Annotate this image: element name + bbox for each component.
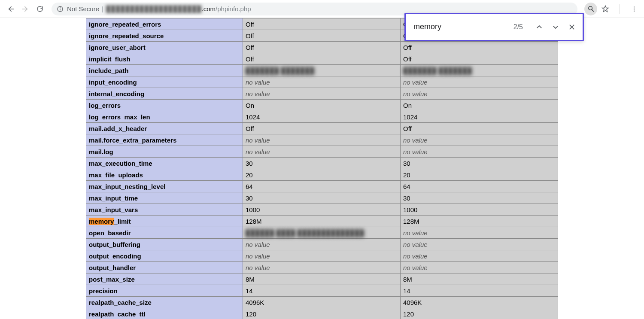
directive-name: max_execution_time bbox=[86, 158, 243, 169]
search-highlight: memory bbox=[89, 218, 114, 225]
directive-name: max_file_uploads bbox=[86, 169, 243, 181]
table-row: max_file_uploads2020 bbox=[86, 169, 558, 181]
svg-point-2 bbox=[60, 7, 61, 8]
svg-point-6 bbox=[634, 8, 635, 9]
table-row: log_errors_max_len10241024 bbox=[86, 111, 558, 123]
local-value: Off bbox=[243, 53, 401, 65]
master-value: 128M bbox=[401, 216, 558, 227]
table-row: ignore_user_abortOffOff bbox=[86, 42, 558, 53]
local-value: 14 bbox=[243, 285, 401, 297]
svg-point-3 bbox=[588, 6, 592, 10]
table-row: mail.logno valueno value bbox=[86, 146, 558, 158]
local-value: no value bbox=[243, 76, 401, 88]
chevron-up-icon bbox=[535, 23, 543, 31]
directive-name: mail.force_extra_parameters bbox=[86, 134, 243, 146]
security-status: Not Secure bbox=[67, 5, 99, 12]
close-icon bbox=[568, 23, 576, 31]
find-in-page-bar: memory 2/5 bbox=[404, 13, 584, 41]
directive-name: output_handler bbox=[86, 262, 243, 273]
master-value: no value bbox=[401, 146, 558, 158]
local-value: no value bbox=[243, 239, 401, 250]
table-row: include_path███████ ██████████████ █████… bbox=[86, 65, 558, 76]
master-value: no value bbox=[401, 239, 558, 250]
local-value: 4096K bbox=[243, 297, 401, 308]
find-close-button[interactable] bbox=[564, 19, 580, 35]
local-value: Off bbox=[243, 42, 401, 53]
table-row: output_handlerno valueno value bbox=[86, 262, 558, 273]
local-value: 30 bbox=[243, 192, 401, 204]
redacted-value: ███████ ███████ bbox=[403, 67, 472, 74]
table-row: post_max_size8M8M bbox=[86, 273, 558, 285]
menu-button[interactable] bbox=[628, 3, 641, 15]
directive-name: open_basedir bbox=[86, 227, 243, 239]
master-value: 120 bbox=[401, 308, 558, 319]
table-row: output_encodingno valueno value bbox=[86, 250, 558, 262]
table-row: precision1414 bbox=[86, 285, 558, 297]
table-row: realpath_cache_ttl120120 bbox=[86, 308, 558, 319]
forward-button[interactable] bbox=[18, 2, 33, 16]
master-value: 30 bbox=[401, 158, 558, 169]
address-path: /phpinfo.php bbox=[216, 5, 251, 12]
dots-vertical-icon bbox=[631, 6, 638, 12]
directive-name: max_input_time bbox=[86, 192, 243, 204]
local-value: no value bbox=[243, 134, 401, 146]
master-value: 1024 bbox=[401, 111, 558, 123]
master-value: On bbox=[401, 100, 558, 111]
zoom-indicator[interactable] bbox=[584, 3, 597, 15]
master-value: ███████ ███████ bbox=[401, 65, 558, 76]
table-row: max_input_vars10001000 bbox=[86, 204, 558, 216]
local-value: Off bbox=[243, 30, 401, 42]
chevron-down-icon bbox=[552, 23, 559, 31]
local-value: 30 bbox=[243, 158, 401, 169]
svg-point-7 bbox=[634, 10, 635, 11]
local-value: no value bbox=[243, 262, 401, 273]
directive-name: log_errors bbox=[86, 100, 243, 111]
local-value: no value bbox=[243, 250, 401, 262]
master-value: 20 bbox=[401, 169, 558, 181]
find-next-button[interactable] bbox=[547, 19, 564, 35]
address-divider: | bbox=[102, 5, 103, 12]
master-value: no value bbox=[401, 88, 558, 100]
local-value: no value bbox=[243, 88, 401, 100]
table-row: implicit_flushOffOff bbox=[86, 53, 558, 65]
directive-name: output_encoding bbox=[86, 250, 243, 262]
local-value: 64 bbox=[243, 181, 401, 192]
magnifier-icon bbox=[587, 5, 595, 12]
master-value: no value bbox=[401, 227, 558, 239]
find-separator bbox=[530, 20, 530, 34]
directive-name: internal_encoding bbox=[86, 88, 243, 100]
find-query-display[interactable]: memory bbox=[413, 22, 442, 31]
master-value: Off bbox=[401, 53, 558, 65]
local-value: 1024 bbox=[243, 111, 401, 123]
table-row: open_basedir██████ ████ ██████████████no… bbox=[86, 227, 558, 239]
find-match-count: 2/5 bbox=[513, 23, 523, 31]
address-host-blurred: ████████████████████ bbox=[106, 5, 202, 12]
phpinfo-table: ignore_repeated_errorsOffOffignore_repea… bbox=[86, 18, 558, 319]
reload-button[interactable] bbox=[33, 2, 47, 16]
local-value: 20 bbox=[243, 169, 401, 181]
master-value: 1000 bbox=[401, 204, 558, 216]
arrow-right-icon bbox=[21, 5, 29, 13]
table-row: internal_encodingno valueno value bbox=[86, 88, 558, 100]
back-button[interactable] bbox=[3, 2, 18, 16]
master-value: 30 bbox=[401, 192, 558, 204]
local-value: On bbox=[243, 100, 401, 111]
address-domain-suffix: .com bbox=[202, 5, 216, 12]
directive-name: max_input_vars bbox=[86, 204, 243, 216]
directive-name: input_encoding bbox=[86, 76, 243, 88]
table-row: output_bufferingno valueno value bbox=[86, 239, 558, 250]
svg-point-5 bbox=[634, 6, 635, 7]
directive-name: memory_limit bbox=[86, 216, 243, 227]
master-value: Off bbox=[401, 42, 558, 53]
local-value: 8M bbox=[243, 273, 401, 285]
master-value: no value bbox=[401, 134, 558, 146]
directive-name: ignore_user_abort bbox=[86, 42, 243, 53]
directive-name: implicit_flush bbox=[86, 53, 243, 65]
find-prev-button[interactable] bbox=[531, 19, 547, 35]
directive-name: realpath_cache_ttl bbox=[86, 308, 243, 319]
bookmark-button[interactable] bbox=[599, 3, 612, 15]
arrow-left-icon bbox=[7, 5, 15, 13]
table-row: max_execution_time3030 bbox=[86, 158, 558, 169]
master-value: no value bbox=[401, 250, 558, 262]
master-value: no value bbox=[401, 262, 558, 273]
